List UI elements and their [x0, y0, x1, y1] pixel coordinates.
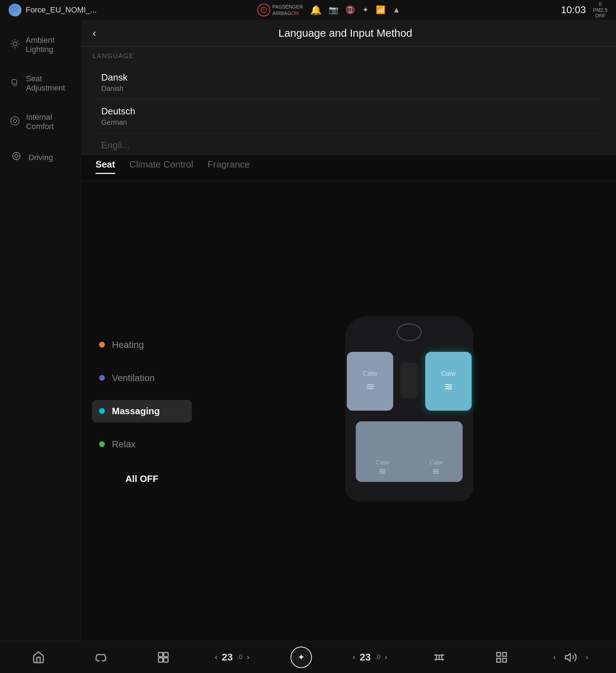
avatar-icon	[9, 4, 21, 16]
sidebar-label-driving: Driving	[29, 153, 53, 162]
status-bar: Force_EU_NOMI_... PASSENGERAIRBAGON 🔔 📷 …	[0, 0, 616, 20]
main-layout: Ambient Lighting Seat Adjustment Interna…	[0, 20, 616, 641]
svg-point-4	[13, 42, 17, 46]
nav-home[interactable]	[28, 647, 49, 668]
language-overlay: ‹ Language and Input Method LANGUAGE Dan…	[81, 20, 616, 155]
rear-left-wave: ≋	[379, 466, 386, 477]
relax-label: Relax	[112, 439, 135, 450]
driving-icon	[10, 151, 23, 164]
heating-label: Heating	[112, 339, 144, 350]
back-button[interactable]: ‹	[93, 27, 96, 39]
sidebar-label-ambient: Ambient Lighting	[26, 36, 71, 54]
front-left-label: Catw	[363, 370, 377, 377]
rear-right-wave: ≋	[432, 466, 440, 477]
nav-defrost[interactable]	[428, 647, 450, 668]
wifi-icon[interactable]: 📶	[376, 5, 385, 15]
nav-car[interactable]	[90, 647, 112, 668]
camera-icon[interactable]: 📷	[329, 5, 338, 15]
seat-adjustment-icon	[10, 77, 20, 90]
svg-rect-11	[497, 652, 500, 656]
sidebar-item-internal-comfort[interactable]: Internal Comfort	[0, 104, 81, 140]
seat-tabs: Seat Climate Control Fragrance	[81, 152, 616, 181]
steering-wheel	[397, 323, 422, 341]
internal-comfort-icon	[10, 116, 20, 128]
tab-fragrance[interactable]: Fragrance	[207, 159, 250, 174]
sidebar-label-comfort: Internal Comfort	[26, 113, 71, 131]
pm-indicator: 0 PM2.5OFF	[593, 1, 607, 19]
svg-marker-15	[565, 653, 570, 661]
rear-right-label: Catw	[430, 459, 442, 466]
language-item-deutsch[interactable]: Deutsch German	[93, 99, 605, 133]
seat-front-right[interactable]: Catw ≋	[425, 352, 472, 411]
seat-front-left[interactable]: Catw ≋	[347, 352, 393, 411]
massaging-label: Massaging	[112, 406, 160, 417]
vol-control: ‹ ›	[553, 647, 589, 668]
airbag-label: PASSENGERAIRBAGON	[272, 4, 303, 16]
sidebar-item-ambient-lighting[interactable]: Ambient Lighting	[0, 27, 81, 63]
rear-seat-bench[interactable]: Catw ≋ Catw ≋	[356, 421, 463, 482]
language-name-dansk: Dansk	[101, 72, 596, 83]
temp-left-decrease[interactable]: ‹	[215, 653, 217, 662]
svg-point-6	[15, 154, 18, 158]
temp-left-value: 23	[222, 652, 233, 663]
center-console-front	[400, 363, 418, 398]
ambient-lighting-icon	[10, 39, 20, 51]
ventilation-dot	[99, 375, 105, 381]
location-icon[interactable]: ▲	[392, 5, 400, 15]
rear-left-label: Catw	[376, 459, 389, 466]
sidebar-label-seat: Seat Adjustment	[26, 74, 71, 93]
svg-rect-8	[158, 658, 163, 662]
language-item-english[interactable]: Engli...	[93, 133, 605, 155]
sidebar-item-seat-adjustment[interactable]: Seat Adjustment	[0, 66, 81, 101]
mute-icon[interactable]: 📵	[345, 5, 355, 15]
content-area: ‹ Language and Input Method LANGUAGE Dan…	[81, 20, 616, 641]
temp-control-right: ‹ 23 .0 ›	[353, 652, 387, 663]
all-off-button[interactable]: All OFF	[92, 473, 192, 484]
control-ventilation[interactable]: Ventilation	[92, 367, 192, 389]
massaging-dot	[99, 408, 105, 414]
control-heating[interactable]: Heating	[92, 334, 192, 356]
svg-point-0	[14, 7, 16, 10]
ventilation-label: Ventilation	[112, 373, 155, 384]
vol-increase[interactable]: ›	[586, 653, 588, 662]
status-left: Force_EU_NOMI_...	[9, 4, 97, 16]
app-title: Force_EU_NOMI_...	[26, 5, 97, 15]
overlay-body: LANGUAGE Dansk Danish Deutsch German Eng…	[81, 47, 616, 155]
bottom-nav: ‹ 23 .0 › ✦ ‹ 23 .0 › ‹ ›	[0, 641, 616, 673]
seat-rear-right[interactable]: Catw ≋	[430, 459, 442, 477]
svg-rect-9	[164, 652, 168, 657]
overlay-header: ‹ Language and Input Method	[81, 20, 616, 47]
nav-apps[interactable]	[491, 647, 512, 668]
tab-climate-control[interactable]: Climate Control	[129, 159, 193, 174]
temp-control-left: ‹ 23 .0 ›	[215, 652, 250, 663]
control-relax[interactable]: Relax	[92, 433, 192, 456]
language-section-label: LANGUAGE	[93, 52, 605, 60]
volume-icon[interactable]	[560, 647, 581, 668]
temp-right-increase[interactable]: ›	[385, 653, 387, 662]
overlay-title: Language and Input Method	[103, 27, 587, 39]
svg-rect-12	[503, 652, 507, 656]
front-right-wave: ≋	[444, 380, 453, 393]
vol-decrease[interactable]: ‹	[553, 653, 556, 662]
front-left-wave: ≋	[366, 380, 375, 393]
language-item-dansk[interactable]: Dansk Danish	[93, 66, 605, 99]
seat-rear-left[interactable]: Catw ≋	[376, 459, 389, 477]
fan-button[interactable]: ✦	[291, 647, 312, 668]
seat-diagram: Catw ≋ Catw ≋	[202, 177, 616, 641]
notification-icon[interactable]: 🔔	[310, 5, 322, 16]
nav-settings[interactable]	[153, 647, 174, 668]
sidebar-item-driving[interactable]: Driving	[0, 143, 81, 172]
relax-dot	[99, 441, 105, 447]
seat-controls-panel: Heating Ventilation Massaging Relax All …	[81, 177, 202, 641]
svg-rect-10	[164, 658, 168, 662]
language-sub-deutsch: German	[101, 118, 596, 127]
temp-left-increase[interactable]: ›	[247, 653, 249, 662]
temp-right-decrease[interactable]: ‹	[353, 653, 355, 662]
control-massaging[interactable]: Massaging	[92, 400, 192, 422]
svg-rect-13	[497, 658, 500, 662]
language-name-deutsch: Deutsch	[101, 106, 596, 117]
tab-seat[interactable]: Seat	[96, 159, 115, 174]
svg-rect-7	[158, 652, 163, 657]
bluetooth-icon[interactable]: ✦	[362, 5, 369, 15]
status-time: 10:03	[561, 4, 586, 16]
